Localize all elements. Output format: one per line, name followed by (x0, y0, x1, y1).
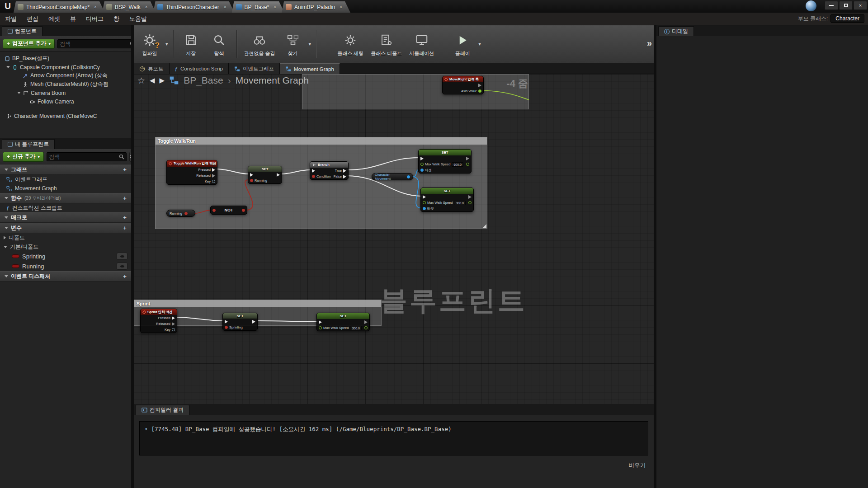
tree-item-capsule[interactable]: Capsule Component (CollisionCy (0, 63, 131, 71)
float-pin[interactable] (478, 89, 481, 93)
maximize-button[interactable] (839, 1, 853, 10)
object-pin[interactable] (407, 175, 410, 178)
menu-window[interactable]: 창 (108, 13, 124, 25)
float-pin[interactable] (468, 201, 472, 204)
add-graph-button[interactable]: + (121, 166, 128, 173)
section-variables[interactable]: 변수 + (0, 223, 131, 233)
clear-log-button[interactable]: 비우기 (629, 462, 646, 469)
exec-pin[interactable] (277, 173, 280, 177)
tree-item-character-movement[interactable]: Character Movement (CharMoveC (0, 112, 131, 120)
add-macro-button[interactable]: + (121, 214, 128, 221)
editor-tab-bp-base[interactable]: BP_Base* × (232, 1, 285, 13)
compiler-results-tab[interactable]: 컴파일러 결과 (136, 405, 189, 415)
add-dispatcher-button[interactable]: + (121, 273, 128, 280)
variable-running[interactable]: Running (0, 261, 131, 271)
list-item-event-graph[interactable]: 이벤트그래프 (0, 175, 131, 184)
menu-edit[interactable]: 편집 (22, 13, 43, 25)
hide-unrelated-button[interactable]: 찾기 (280, 28, 306, 61)
close-icon[interactable]: × (224, 5, 226, 9)
value-input[interactable]: 300.0 (454, 201, 466, 205)
key-pin[interactable] (172, 328, 175, 331)
browse-button[interactable]: 탐색 (206, 28, 232, 61)
tree-item-camera-boom[interactable]: Camera Boom (0, 89, 131, 97)
exec-pin[interactable] (343, 175, 346, 178)
bool-pin[interactable] (225, 326, 228, 329)
bool-pin[interactable] (212, 209, 216, 212)
exec-pin[interactable] (319, 320, 322, 324)
menu-file[interactable]: 파일 (0, 13, 22, 25)
class-settings-button[interactable]: 클래스 세팅 (335, 28, 366, 61)
minimize-button[interactable] (825, 1, 838, 10)
exec-pin[interactable] (172, 316, 175, 320)
editor-tab-thirdpersonexamplemap[interactable]: ThirdPersonExampleMap* × (14, 1, 105, 13)
close-icon[interactable]: × (94, 5, 97, 9)
simulate-button[interactable]: 시뮬레이션 (406, 28, 437, 61)
play-options-caret[interactable]: ▾ (477, 41, 482, 47)
save-button[interactable]: 저장 (178, 28, 204, 61)
exec-pin[interactable] (343, 169, 346, 173)
tree-item-self[interactable]: BP_Base(셀프) (0, 54, 131, 63)
expander-icon[interactable] (17, 92, 21, 94)
float-pin[interactable] (423, 201, 426, 204)
node-set-running[interactable]: SET Running (248, 166, 282, 184)
menu-help[interactable]: 도움말 (124, 13, 152, 25)
exec-pin[interactable] (423, 195, 426, 199)
list-item-construction-script[interactable]: ƒ 컨스트럭션 스크립트 (0, 203, 131, 212)
section-macros[interactable]: 매크로 + (0, 212, 131, 223)
add-component-button[interactable]: + 컴포넌트 추가 ▾ (3, 39, 55, 49)
float-pin[interactable] (466, 163, 469, 166)
menu-view[interactable]: 뷰 (65, 13, 81, 25)
close-icon[interactable]: × (274, 5, 276, 9)
favorite-star-icon[interactable]: ☆ (137, 75, 145, 86)
section-functions[interactable]: 함수 (29 오버라이더블) + (0, 193, 131, 203)
float-pin[interactable] (420, 163, 424, 166)
exec-pin[interactable] (468, 195, 472, 199)
compile-options-caret[interactable]: ▾ (165, 41, 169, 47)
expander-icon[interactable] (4, 236, 6, 239)
float-pin[interactable] (364, 326, 368, 329)
compile-button[interactable]: ? 컴파일 (137, 28, 163, 61)
list-item-defaults[interactable]: 디폴트 (0, 233, 131, 242)
menu-debug[interactable]: 디버그 (81, 13, 108, 25)
close-icon[interactable]: × (340, 5, 342, 9)
components-search-input[interactable] (60, 41, 130, 47)
editor-tab-thirdpersoncharacter[interactable]: ThirdPersonCharacter × (153, 1, 235, 13)
bool-pin[interactable] (242, 209, 245, 212)
breadcrumb-current[interactable]: Movement Graph (236, 75, 309, 86)
exec-pin[interactable] (312, 169, 315, 173)
add-function-button[interactable]: + (121, 195, 128, 202)
bool-pin[interactable] (250, 179, 253, 182)
components-tab[interactable]: 컴포넌트 (2, 26, 42, 36)
node-sprint-input-action[interactable]: Sprint 입력 액션 Pressed Released Key (140, 309, 177, 333)
forward-arrow-icon[interactable]: ▶ (160, 76, 165, 84)
section-graphs[interactable]: 그래프 + (0, 164, 131, 175)
class-defaults-button[interactable]: 클래스 디폴트 (368, 28, 405, 61)
tab-viewport[interactable]: 뷰포트 (134, 63, 170, 74)
node-get-running[interactable]: Running (166, 210, 195, 217)
tab-construction-script[interactable]: ƒ Construction Scrip (170, 63, 229, 74)
list-item-basic-defaults[interactable]: 기본/디폴트 (0, 242, 131, 251)
exec-pin[interactable] (252, 320, 255, 324)
blueprint-graph-canvas[interactable]: -4 줌 ☆ ◀ ▶ BP_Base › Movement Graph 블루프린… (134, 74, 654, 404)
bool-pin[interactable] (184, 212, 188, 215)
add-variable-button[interactable]: + (121, 225, 128, 231)
menu-asset[interactable]: 에셋 (43, 13, 65, 25)
play-button[interactable]: 플레이 (449, 28, 476, 61)
my-blueprint-search-input[interactable] (49, 154, 119, 160)
exec-pin[interactable] (420, 157, 424, 160)
editor-tab-animbp-paladin[interactable]: AnimBP_Paladin × (282, 1, 350, 13)
node-toggle-walkrun-input-action[interactable]: Toggle Walk/Run 입력 액션 Pressed Released K… (166, 160, 217, 185)
close-icon[interactable]: × (145, 5, 148, 9)
visibility-toggle[interactable] (117, 263, 127, 270)
parent-class-link[interactable]: Character (830, 14, 864, 23)
node-get-character-movement[interactable]: Character Movement (372, 173, 413, 180)
bool-pin[interactable] (312, 175, 315, 178)
add-new-button[interactable]: + 신규 추가 ▾ (3, 152, 44, 162)
toolbar-overflow-button[interactable]: » (647, 38, 652, 48)
breadcrumb-root[interactable]: BP_Base (184, 75, 223, 86)
node-set-sprinting[interactable]: SET Sprinting (222, 313, 258, 331)
back-arrow-icon[interactable]: ◀ (150, 76, 155, 84)
my-blueprint-tab[interactable]: 내 블루프린트 (2, 139, 55, 149)
details-tab[interactable]: i 디테일 (658, 26, 694, 36)
node-branch[interactable]: Branch True ConditionFalse (310, 161, 349, 180)
